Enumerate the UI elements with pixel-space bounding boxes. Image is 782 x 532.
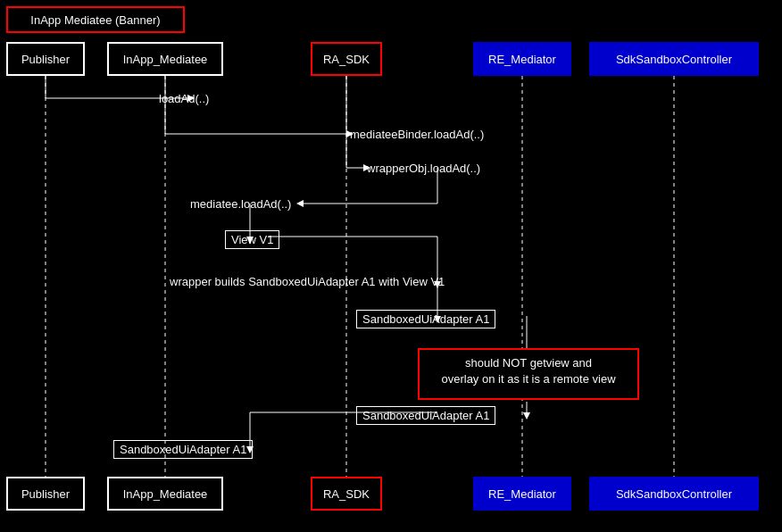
sdk-sandbox-bottom-box: SdkSandboxController — [589, 477, 759, 511]
sandboxed-adapter-2-label: SandboxedUiAdapter A1 — [356, 406, 495, 425]
wrapper-obj-label: wrapperObj.loadAd(..) — [367, 162, 480, 175]
diagram: InApp Mediatee (Banner) Publisher InApp_… — [0, 0, 782, 532]
svg-marker-22 — [523, 412, 530, 420]
sandboxed-adapter-3-label: SandboxedUiAdapter A1 — [113, 440, 253, 459]
inapp-mediatee-bottom-box: InApp_Mediatee — [107, 477, 223, 511]
publisher-top-box: Publisher — [6, 42, 85, 76]
publisher-bottom-box: Publisher — [6, 477, 85, 511]
ra-sdk-bottom-label: RA_SDK — [323, 487, 370, 501]
sdk-sandbox-bottom-label: SdkSandboxController — [616, 487, 732, 501]
warning-box: should NOT getview andoverlay on it as i… — [418, 348, 639, 400]
sdk-sandbox-top-label: SdkSandboxController — [616, 53, 732, 66]
inapp-mediatee-top-label: InApp_Mediatee — [123, 53, 208, 66]
re-mediator-bottom-box: RE_Mediator — [473, 477, 571, 511]
wrapper-builds-label: wrapper builds SandboxedUiAdapter A1 wit… — [170, 275, 445, 288]
ra-sdk-top-label: RA_SDK — [323, 53, 370, 66]
sdk-sandbox-top-box: SdkSandboxController — [589, 42, 759, 76]
inapp-mediatee-bottom-label: InApp_Mediatee — [123, 487, 208, 501]
inapp-mediatee-top-box: InApp_Mediatee — [107, 42, 223, 76]
mediatee-binder-label: mediateeBinder.loadAd(..) — [350, 128, 484, 141]
sandboxed-adapter-1-label: SandboxedUiAdapter A1 — [356, 310, 495, 328]
view-v1-label: View V1 — [225, 230, 279, 249]
ra-sdk-top-box: RA_SDK — [311, 42, 382, 76]
load-ad-label: loadAd(..) — [159, 92, 209, 105]
warning-text: should NOT getview andoverlay on it as i… — [441, 356, 615, 386]
mediatee-load-ad-label: mediatee.loadAd(..) — [190, 197, 291, 211]
ra-sdk-bottom-box: RA_SDK — [311, 477, 382, 511]
publisher-bottom-label: Publisher — [21, 487, 70, 501]
title-box: InApp Mediatee (Banner) — [6, 6, 185, 33]
svg-marker-11 — [296, 200, 304, 207]
re-mediator-bottom-label: RE_Mediator — [488, 487, 556, 501]
title-label: InApp Mediatee (Banner) — [30, 13, 160, 27]
re-mediator-top-label: RE_Mediator — [488, 53, 556, 66]
re-mediator-top-box: RE_Mediator — [473, 42, 571, 76]
publisher-top-label: Publisher — [21, 53, 70, 66]
